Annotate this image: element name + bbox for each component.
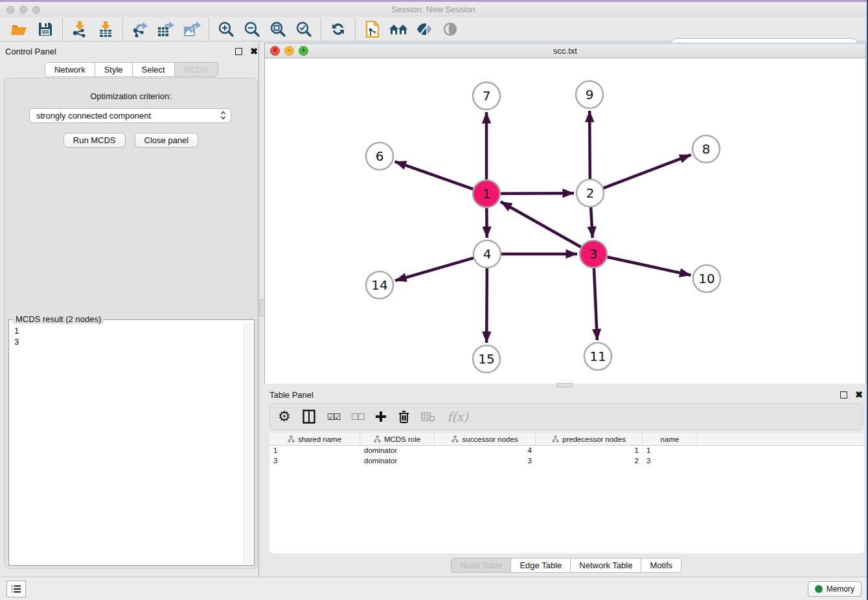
column-header-shared-name[interactable]: shared name	[269, 433, 360, 445]
zoom-in-icon	[218, 21, 234, 38]
table-row[interactable]: 1dominator411	[269, 446, 864, 456]
save-icon	[38, 21, 53, 37]
network-window: × − + scc.txt 1234678910111415	[264, 43, 866, 384]
edge-1-2[interactable]	[500, 193, 574, 194]
mcds-result-text[interactable]: 13	[10, 323, 244, 564]
memory-status-icon	[815, 585, 823, 593]
control-panel-header: Control Panel ✖	[0, 43, 263, 60]
gear-icon: ⚙	[278, 408, 291, 425]
network-document-icon	[364, 20, 381, 38]
table-tab-edge-table[interactable]: Edge Table	[511, 558, 571, 573]
export-table-button[interactable]	[153, 19, 179, 40]
table-tab-node-table[interactable]: Node Table	[451, 558, 512, 573]
column-header-successor-nodes[interactable]: successor nodes	[435, 433, 536, 445]
table-cell[interactable]: 1	[536, 446, 643, 456]
table-cell[interactable]: dominator	[360, 446, 435, 456]
toggle-columns-button[interactable]	[303, 410, 315, 424]
add-column-button[interactable]	[375, 411, 387, 422]
run-mcds-button[interactable]: Run MCDS	[63, 133, 126, 148]
result-scrollbar[interactable]	[244, 323, 253, 564]
table-tab-motifs[interactable]: Motifs	[641, 558, 681, 573]
trash-icon	[398, 410, 409, 423]
control-tab-style[interactable]: Style	[95, 62, 133, 77]
zoom-out-button[interactable]	[239, 19, 265, 40]
edge-4-15[interactable]	[486, 268, 487, 343]
function-builder-button[interactable]: f(x)	[447, 410, 468, 424]
empty-boxes-icon: ☐☐	[351, 412, 363, 422]
node-label-3: 3	[589, 246, 598, 262]
select-all-button[interactable]: ☑☑	[327, 412, 339, 422]
delete-table-button[interactable]	[421, 411, 435, 422]
home-pair-button[interactable]	[385, 19, 411, 40]
table-options-button[interactable]: ⚙	[278, 408, 291, 425]
control-tab-select[interactable]: Select	[133, 62, 175, 77]
zoom-selected-button[interactable]	[291, 19, 317, 40]
network-document-button[interactable]	[360, 19, 385, 40]
edge-2-9[interactable]	[589, 111, 590, 179]
column-header-name[interactable]: name	[643, 433, 698, 445]
table-tab-network-table[interactable]: Network Table	[571, 558, 641, 573]
control-tab-mcds[interactable]: MCDS	[175, 62, 218, 77]
table-cell[interactable]: 3	[435, 456, 536, 467]
float-panel-icon[interactable]	[235, 48, 242, 55]
table-header-row: shared nameMCDS rolesuccessor nodesprede…	[269, 433, 864, 446]
table-cell[interactable]: 3	[643, 456, 698, 467]
edge-3-1[interactable]	[501, 202, 582, 247]
zoom-fit-icon	[269, 21, 286, 38]
import-table-button[interactable]	[93, 19, 119, 40]
table-row[interactable]: 3dominator323	[269, 456, 864, 467]
tree-icon	[288, 435, 295, 443]
edge-1-6[interactable]	[395, 161, 474, 189]
edge-2-8[interactable]	[603, 155, 691, 189]
titlebar: Session: New Session	[0, 2, 867, 17]
zoom-in-button[interactable]	[213, 19, 239, 40]
list-icon	[11, 584, 21, 594]
toolbar-separator	[62, 18, 63, 40]
control-panel-tabs: NetworkStyleSelectMCDS	[0, 62, 263, 77]
close-panel-icon[interactable]: ✖	[250, 47, 258, 56]
import-network-button[interactable]	[67, 19, 93, 40]
optimization-value: strongly connected component	[36, 111, 151, 121]
close-panel-button[interactable]: Close panel	[135, 133, 199, 148]
export-image-button[interactable]	[179, 19, 205, 40]
table-cell[interactable]: 1	[269, 446, 360, 456]
network-graph[interactable]: 1234678910111415	[265, 58, 865, 384]
table-cell[interactable]: 3	[269, 456, 360, 467]
table-cell[interactable]: 4	[435, 446, 536, 456]
control-tab-network[interactable]: Network	[45, 62, 95, 77]
table-cell[interactable]: 2	[536, 456, 643, 467]
delete-column-button[interactable]	[398, 410, 409, 423]
optimization-select[interactable]: strongly connected component	[29, 108, 231, 123]
table-cell[interactable]: dominator	[360, 456, 435, 467]
toolbar-separator	[209, 18, 209, 40]
memory-button[interactable]: Memory	[808, 581, 862, 597]
import-table-icon	[97, 21, 114, 38]
node-table[interactable]: shared nameMCDS rolesuccessor nodesprede…	[269, 433, 864, 553]
export-network-button[interactable]	[127, 19, 153, 40]
column-header-predecessor-nodes[interactable]: predecessor nodes	[536, 433, 643, 445]
edge-3-11[interactable]	[594, 268, 597, 340]
edge-3-10[interactable]	[607, 257, 691, 275]
clear-selection-button[interactable]: ☐☐	[351, 412, 363, 422]
control-panel-title: Control Panel	[5, 47, 235, 56]
open-session-button[interactable]	[6, 19, 32, 40]
edge-4-14[interactable]	[395, 258, 474, 281]
column-label: shared name	[298, 435, 341, 443]
edge-1-4[interactable]	[486, 207, 487, 238]
refresh-button[interactable]	[325, 19, 351, 40]
plus-icon	[375, 411, 387, 422]
save-session-button[interactable]	[32, 19, 58, 40]
network-canvas[interactable]: 1234678910111415	[265, 58, 865, 384]
horizontal-splitter-handle[interactable]	[557, 383, 573, 387]
zoom-fit-button[interactable]	[265, 19, 291, 40]
float-table-panel-icon[interactable]	[840, 391, 847, 398]
network-titlebar: × − + scc.txt	[265, 43, 865, 58]
birds-eye-button[interactable]	[437, 19, 463, 40]
hide-graphics-button[interactable]	[411, 19, 437, 40]
edge-2-3[interactable]	[591, 207, 593, 238]
task-history-button[interactable]	[6, 581, 26, 597]
close-table-panel-icon[interactable]: ✖	[855, 390, 863, 399]
table-cell[interactable]: 1	[643, 446, 698, 456]
column-label: predecessor nodes	[562, 435, 626, 443]
column-header-MCDS-role[interactable]: MCDS role	[360, 433, 435, 445]
